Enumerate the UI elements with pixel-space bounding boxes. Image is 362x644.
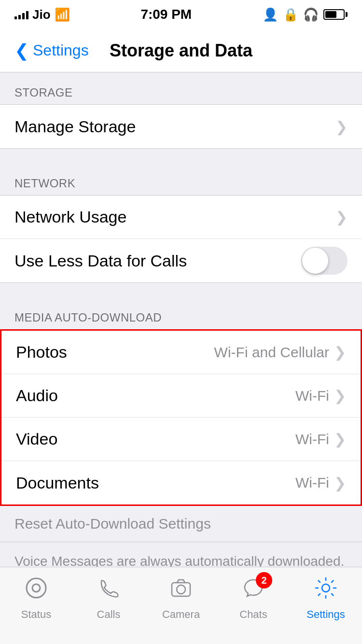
chevron-left-icon: ❮ [14, 41, 29, 61]
network-section-header: NETWORK [0, 163, 362, 195]
tab-chats[interactable]: 2 Chats [217, 577, 290, 621]
chevron-right-icon: ❯ [334, 475, 346, 491]
headphone-icon: 🎧 [303, 7, 319, 22]
video-item[interactable]: Video Wi-Fi ❯ [1, 418, 361, 461]
reset-auto-download[interactable]: Reset Auto-Download Settings [0, 506, 362, 542]
manage-storage-right: ❯ [335, 118, 348, 135]
status-time: 7:09 PM [140, 7, 192, 22]
video-right: Wi-Fi ❯ [295, 431, 346, 448]
back-label[interactable]: Settings [33, 42, 89, 59]
calls-icon [97, 577, 120, 604]
use-less-data-item: Use Less Data for Calls [0, 239, 362, 282]
wifi-icon: 📶 [55, 7, 70, 22]
storage-section-header: STORAGE [0, 72, 362, 104]
svg-point-4 [322, 584, 330, 592]
tab-settings[interactable]: Settings [290, 577, 362, 621]
content-area: STORAGE Manage Storage ❯ NETWORK Network… [0, 72, 362, 644]
status-icon [25, 577, 47, 604]
tab-calls[interactable]: Calls [72, 577, 145, 621]
audio-value: Wi-Fi [295, 388, 329, 404]
photos-value: Wi-Fi and Cellular [214, 344, 329, 361]
audio-right: Wi-Fi ❯ [295, 387, 346, 404]
chats-badge: 2 [256, 572, 272, 588]
tab-bar: Status Calls Camera 2 Chats [0, 567, 362, 644]
settings-icon [315, 577, 337, 604]
chats-icon: 2 [242, 577, 265, 604]
svg-point-0 [27, 578, 46, 598]
tab-status[interactable]: Status [0, 577, 72, 621]
use-less-data-toggle[interactable] [301, 247, 348, 275]
photos-item[interactable]: Photos Wi-Fi and Cellular ❯ [1, 331, 361, 374]
network-usage-label: Network Usage [14, 208, 126, 226]
network-usage-item[interactable]: Network Usage ❯ [0, 196, 362, 239]
camera-icon [170, 577, 192, 604]
documents-label: Documents [16, 474, 99, 492]
battery-indicator [323, 9, 348, 20]
video-value: Wi-Fi [295, 431, 329, 448]
video-label: Video [16, 430, 57, 448]
photos-label: Photos [16, 343, 67, 362]
media-section-header: MEDIA AUTO-DOWNLOAD [0, 297, 362, 329]
media-auto-download-list: Photos Wi-Fi and Cellular ❯ Audio Wi-Fi … [0, 329, 362, 506]
back-button[interactable]: ❮ Settings [14, 41, 89, 61]
use-less-data-label: Use Less Data for Calls [14, 252, 187, 270]
tab-settings-label: Settings [306, 608, 345, 621]
documents-item[interactable]: Documents Wi-Fi ❯ [1, 461, 361, 504]
svg-point-1 [32, 584, 40, 592]
chevron-right-icon: ❯ [335, 209, 348, 225]
audio-label: Audio [16, 386, 58, 405]
chevron-right-icon: ❯ [334, 387, 346, 404]
signal-bars [14, 10, 28, 19]
chevron-right-icon: ❯ [335, 118, 348, 135]
network-list: Network Usage ❯ Use Less Data for Calls [0, 195, 362, 283]
status-bar: Jio 📶 7:09 PM 👤 🔒 🎧 [0, 0, 362, 29]
status-right: 👤 🔒 🎧 [263, 7, 348, 22]
tab-camera[interactable]: Camera [145, 577, 217, 621]
tab-calls-label: Calls [97, 608, 121, 621]
documents-right: Wi-Fi ❯ [295, 475, 346, 491]
documents-value: Wi-Fi [295, 475, 329, 491]
tab-status-label: Status [21, 608, 51, 621]
network-usage-right: ❯ [335, 209, 348, 225]
status-left: Jio 📶 [14, 7, 70, 22]
tab-chats-label: Chats [239, 608, 267, 621]
chevron-right-icon: ❯ [334, 344, 346, 361]
svg-point-3 [177, 585, 185, 594]
tab-camera-label: Camera [162, 608, 200, 621]
audio-item[interactable]: Audio Wi-Fi ❯ [1, 374, 361, 418]
carrier-label: Jio [32, 7, 51, 22]
storage-list: Manage Storage ❯ [0, 104, 362, 149]
chevron-right-icon: ❯ [334, 431, 346, 448]
page-title: Storage and Data [110, 41, 252, 61]
manage-storage-label: Manage Storage [14, 117, 136, 136]
lock-icon: 🔒 [283, 7, 298, 22]
person-icon: 👤 [263, 7, 278, 22]
toggle-knob [302, 248, 328, 274]
photos-right: Wi-Fi and Cellular ❯ [214, 344, 346, 361]
manage-storage-item[interactable]: Manage Storage ❯ [0, 105, 362, 148]
nav-bar: ❮ Settings Storage and Data [0, 29, 362, 72]
